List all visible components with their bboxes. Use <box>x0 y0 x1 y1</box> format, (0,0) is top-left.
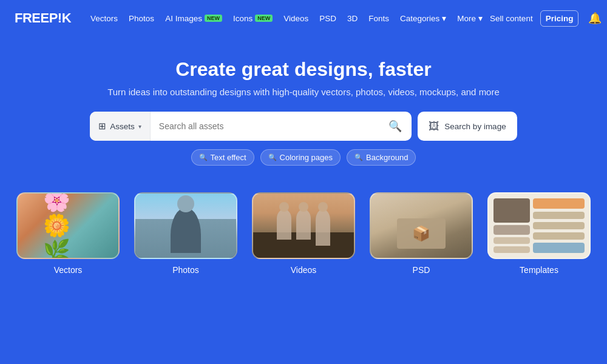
category-card-templates[interactable]: Templates <box>487 192 591 275</box>
psd-thumbnail: 📦 <box>370 192 473 259</box>
vperson-1 <box>277 209 291 240</box>
quick-tag-coloring-pages-label: Coloring pages <box>280 153 333 162</box>
nav-ai-images[interactable]: AI Images NEW <box>160 10 227 27</box>
tpl-accent-1 <box>533 198 585 209</box>
pricing-button[interactable]: Pricing <box>540 10 579 27</box>
logo[interactable]: FREEP!K <box>15 10 71 26</box>
nav-right: Sell content Pricing 🔔 i ▾ <box>490 8 607 28</box>
vectors-label: Vectors <box>54 265 83 275</box>
tpl-line-1 <box>533 212 585 219</box>
vperson-3 <box>316 209 330 246</box>
nav-fonts[interactable]: Fonts <box>364 10 394 27</box>
quick-tag-text-effect-label: Text effect <box>211 153 246 162</box>
image-search-icon: 🖼 <box>429 120 439 133</box>
category-cards: Vectors Photos Videos 📦 PSD <box>0 178 607 275</box>
search-by-image-button[interactable]: 🖼 Search by image <box>418 112 517 141</box>
nav-categories[interactable]: Categories ▾ <box>395 10 451 27</box>
assets-icon: ⊞ <box>98 121 106 132</box>
search-submit-button[interactable]: 🔍 <box>379 120 412 133</box>
nav-more-label: More <box>457 14 476 23</box>
video-people <box>277 209 330 246</box>
tag-search-icon-2: 🔍 <box>268 153 277 161</box>
photos-thumbnail <box>134 192 237 259</box>
tpl-block-4 <box>493 246 530 253</box>
tpl-block-3 <box>493 237 530 244</box>
nav-more[interactable]: More ▾ <box>452 10 487 27</box>
nav-icons[interactable]: Icons NEW <box>228 10 277 27</box>
person-head <box>177 195 194 212</box>
tpl-block-2 <box>493 225 530 235</box>
more-chevron-icon: ▾ <box>478 13 483 23</box>
nav-psd[interactable]: PSD <box>314 10 341 27</box>
ai-images-badge: NEW <box>205 15 222 22</box>
search-input[interactable] <box>151 121 379 131</box>
nav-3d[interactable]: 3D <box>342 10 362 27</box>
psd-label: PSD <box>413 265 430 275</box>
search-type-chevron-icon: ▾ <box>138 123 141 130</box>
quick-tags: 🔍 Text effect 🔍 Coloring pages 🔍 Backgro… <box>191 149 416 166</box>
psd-envelope-icon: 📦 <box>397 218 446 249</box>
quick-tag-background-label: Background <box>366 153 408 162</box>
tpl-block-1 <box>493 198 530 223</box>
nav-vectors[interactable]: Vectors <box>86 10 123 27</box>
videos-thumbnail <box>252 192 355 259</box>
search-type-label: Assets <box>110 122 135 131</box>
tpl-col-2 <box>533 198 585 253</box>
nav-links: Vectors Photos AI Images NEW Icons NEW V… <box>86 10 487 27</box>
search-type-dropdown[interactable]: ⊞ Assets ▾ <box>90 112 151 141</box>
hero-title: Create great designs, faster <box>175 58 432 81</box>
search-box: ⊞ Assets ▾ 🔍 <box>90 112 412 141</box>
vectors-thumbnail <box>16 192 120 259</box>
search-icon: 🔍 <box>388 120 402 133</box>
navbar: FREEP!K Vectors Photos AI Images NEW Ico… <box>0 0 607 36</box>
quick-tag-text-effect[interactable]: 🔍 Text effect <box>191 149 254 166</box>
category-card-videos[interactable]: Videos <box>252 192 355 275</box>
person-figure <box>171 207 201 253</box>
category-card-psd[interactable]: 📦 PSD <box>370 192 473 275</box>
photos-label: Photos <box>172 265 199 275</box>
videos-label: Videos <box>291 265 317 275</box>
nav-icons-label: Icons <box>233 14 253 23</box>
nav-categories-label: Categories <box>400 14 439 23</box>
nav-ai-images-label: AI Images <box>165 14 202 23</box>
search-by-image-label: Search by image <box>444 122 506 131</box>
templates-label: Templates <box>520 265 558 275</box>
quick-tag-coloring-pages[interactable]: 🔍 Coloring pages <box>260 149 341 166</box>
quick-tag-background[interactable]: 🔍 Background <box>347 149 416 166</box>
search-container: ⊞ Assets ▾ 🔍 🖼 Search by image <box>90 112 517 141</box>
tpl-img-block <box>533 243 585 253</box>
category-card-vectors[interactable]: Vectors <box>16 192 120 275</box>
tpl-col-1 <box>493 198 530 253</box>
icons-badge: NEW <box>255 15 273 22</box>
categories-chevron-icon: ▾ <box>442 13 446 23</box>
tpl-line-3 <box>533 232 585 240</box>
nav-videos[interactable]: Videos <box>279 10 313 27</box>
category-card-photos[interactable]: Photos <box>134 192 237 275</box>
tpl-line-2 <box>533 222 585 229</box>
notifications-bell-icon[interactable]: 🔔 <box>586 9 604 27</box>
vperson-2 <box>296 209 311 240</box>
nav-photos[interactable]: Photos <box>124 10 159 27</box>
tag-search-icon-3: 🔍 <box>354 153 363 161</box>
sell-content-link[interactable]: Sell content <box>490 14 533 23</box>
hero-subtitle: Turn ideas into outstanding designs with… <box>107 87 500 97</box>
tag-search-icon: 🔍 <box>199 153 208 161</box>
hero-section: Create great designs, faster Turn ideas … <box>0 36 607 178</box>
templates-thumbnail <box>487 192 591 259</box>
